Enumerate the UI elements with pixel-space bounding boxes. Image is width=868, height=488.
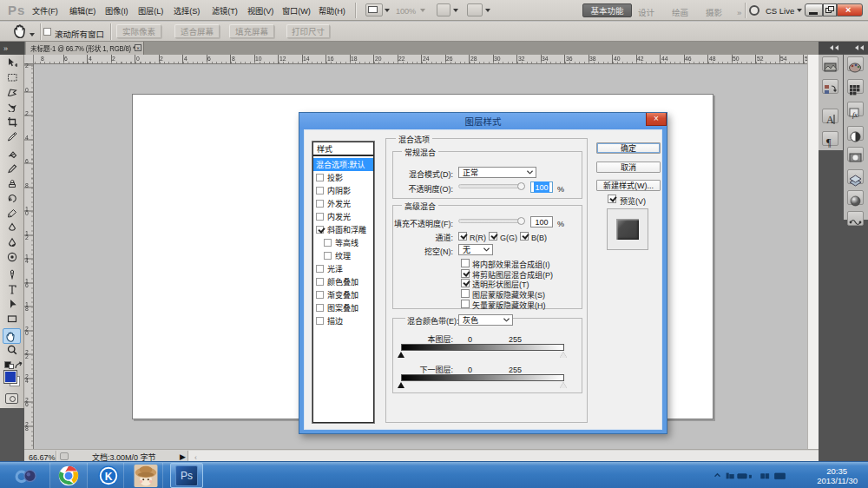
svg-text:K: K xyxy=(105,471,113,483)
svg-text:¶: ¶ xyxy=(826,136,832,148)
svg-text:A: A xyxy=(826,114,834,126)
svg-text:fx: fx xyxy=(852,111,858,119)
